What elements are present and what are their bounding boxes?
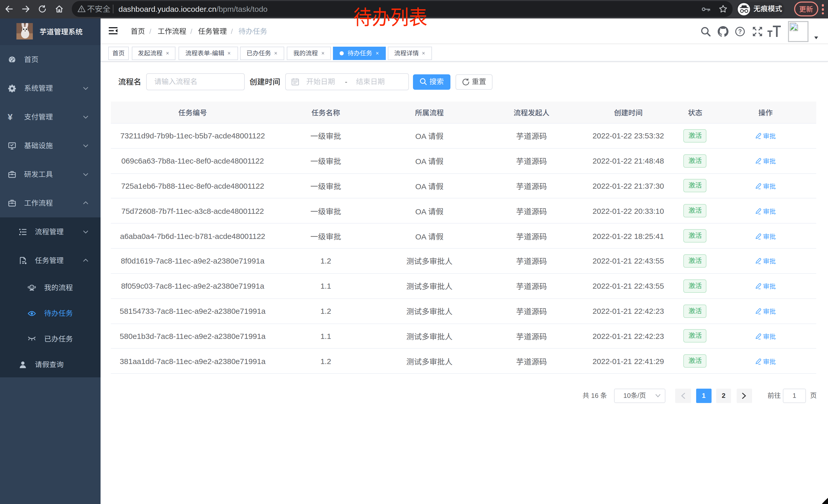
- svg-text:?: ?: [738, 28, 742, 35]
